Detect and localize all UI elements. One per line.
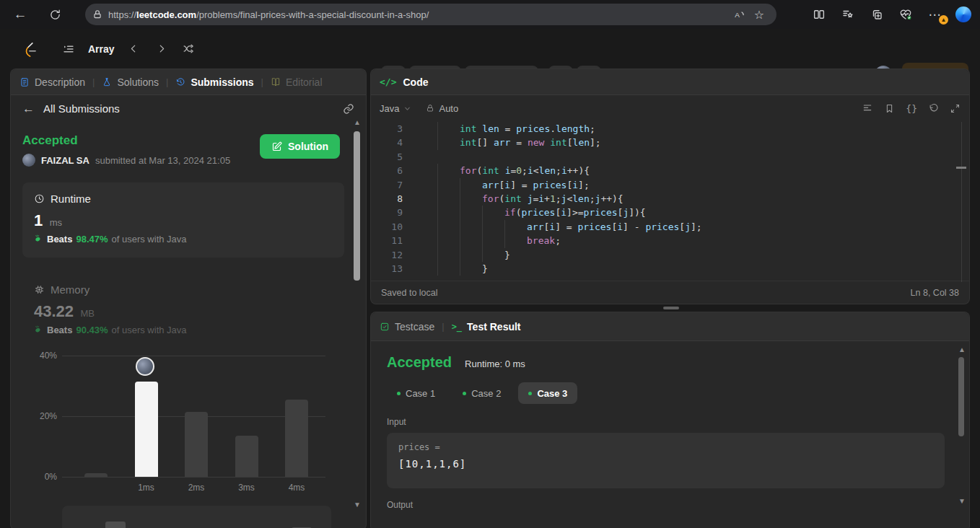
tab-editorial[interactable]: Editorial: [271, 76, 323, 88]
test-scrollbar-thumb[interactable]: [958, 357, 964, 436]
copilot-button[interactable]: [951, 3, 976, 26]
browser-refresh-button[interactable]: [43, 3, 66, 26]
author-name[interactable]: FAIZAL SA: [41, 155, 89, 166]
code-line[interactable]: 10arr[i] = prices[i] - prices[j];: [371, 220, 969, 234]
code-line[interactable]: 4int[] arr = new int[len];: [371, 136, 969, 149]
code-text: arr[i] = prices[i];: [415, 178, 590, 192]
language-selector[interactable]: Java: [380, 103, 399, 114]
case-status-dot: [463, 392, 466, 395]
browser-essentials-button[interactable]: [893, 3, 918, 26]
copilot-icon: [955, 6, 971, 22]
code-panel-header: </> Code: [371, 69, 969, 95]
chart-bar-2ms[interactable]: [185, 412, 208, 477]
bookmark-icon[interactable]: [884, 103, 895, 114]
auto-save-label[interactable]: Auto: [439, 103, 458, 114]
author-avatar[interactable]: [22, 154, 35, 167]
code-line[interactable]: 3int len = prices.length;: [371, 122, 969, 136]
input-box[interactable]: prices = [10,1,1,6]: [387, 433, 945, 488]
format-code-icon[interactable]: [862, 102, 873, 114]
favorite-star-button[interactable]: ☆: [749, 4, 769, 25]
code-line[interactable]: 8for(int j=i+1;j<len;j++){: [371, 192, 969, 206]
favorites-list-icon: [841, 8, 854, 21]
chart-bar-4ms[interactable]: [285, 400, 308, 477]
line-number: 13: [371, 262, 403, 276]
output-label: Output: [387, 500, 969, 510]
code-text: }: [415, 248, 510, 262]
runtime-title: Runtime: [51, 193, 91, 205]
svg-text:A: A: [735, 11, 740, 19]
indent-guide: [415, 234, 437, 247]
tab-testcase[interactable]: Testcase: [380, 321, 434, 333]
memory-unit: MB: [81, 308, 95, 319]
y-axis-tick: 20%: [28, 411, 57, 421]
auto-lock-icon: [426, 104, 434, 113]
editor-scrollbar-thumb[interactable]: [956, 167, 966, 169]
chevron-down-icon[interactable]: [403, 105, 411, 113]
beats-value: 98.47%: [76, 234, 108, 245]
line-number: 11: [371, 234, 403, 247]
code-line[interactable]: 7arr[i] = prices[i];: [371, 178, 969, 192]
memory-card[interactable]: Memory 43.22 MB Beats 90.43% of users wi…: [22, 273, 344, 346]
code-line[interactable]: 12}: [371, 248, 969, 262]
case-chip-1[interactable]: Case 1: [387, 382, 445, 404]
code-line[interactable]: 13}: [371, 262, 969, 276]
fullscreen-icon[interactable]: [950, 103, 961, 114]
code-icon: </>: [380, 76, 396, 87]
scroll-up-arrow[interactable]: ▲: [352, 118, 362, 126]
memory-value: 43.22: [34, 302, 74, 320]
beats-suffix: of users with Java: [112, 234, 187, 245]
scroll-down-arrow[interactable]: ▼: [352, 501, 362, 509]
reset-code-icon[interactable]: [928, 103, 939, 114]
scroll-up-arrow[interactable]: ▲: [957, 346, 967, 353]
tab-solutions[interactable]: Solutions: [102, 76, 159, 88]
split-screen-button[interactable]: [807, 3, 831, 26]
input-label: Input: [387, 417, 969, 427]
case-chip-2[interactable]: Case 2: [452, 382, 511, 404]
code-line[interactable]: 9if(prices[i]>=prices[j]){: [371, 206, 969, 219]
runtime-unit: ms: [50, 217, 62, 228]
problem-list-label[interactable]: Array: [88, 43, 115, 55]
indent-guide: [482, 248, 504, 262]
editor-scrollbar-track[interactable]: [961, 122, 962, 282]
input-field-value[interactable]: [10,1,1,6]: [398, 458, 933, 470]
code-line[interactable]: 11break;: [371, 234, 969, 247]
case-chip-3[interactable]: Case 3: [518, 382, 577, 404]
tab-test-result[interactable]: >_ Test Result: [452, 321, 521, 333]
back-to-list-button[interactable]: ←: [22, 102, 35, 116]
browser-back-button[interactable]: ←: [9, 3, 32, 26]
code-text: int len = prices.length;: [415, 122, 595, 136]
scroll-down-arrow[interactable]: ▼: [957, 497, 967, 505]
prev-problem-button[interactable]: [123, 38, 145, 60]
code-line[interactable]: 6for(int i=0;i<len;i++){: [371, 164, 969, 177]
chart-bar-1ms[interactable]: [135, 382, 158, 477]
snippets-icon[interactable]: {}: [906, 103, 917, 114]
code-editor[interactable]: 3int len = prices.length;4int[] arr = ne…: [371, 122, 969, 282]
browser-toolbar: ⋯ ▲: [807, 3, 976, 26]
code-line[interactable]: 5: [371, 150, 969, 164]
random-problem-button[interactable]: [178, 38, 200, 60]
user-position-avatar[interactable]: [136, 357, 154, 376]
left-scrollbar-thumb[interactable]: [354, 131, 360, 281]
tab-submissions[interactable]: Submissions: [175, 76, 253, 88]
next-problem-button[interactable]: [151, 38, 172, 60]
url-bar[interactable]: https://leetcode.com/problems/final-pric…: [85, 4, 776, 25]
chart-bar-3ms[interactable]: [235, 436, 258, 477]
tab-groups-button[interactable]: [865, 3, 889, 26]
read-aloud-icon: A: [733, 9, 745, 21]
copy-link-icon[interactable]: [343, 103, 354, 115]
read-aloud-button[interactable]: A: [729, 4, 749, 25]
tab-description[interactable]: Description: [19, 76, 85, 88]
favorites-bar-button[interactable]: [836, 3, 860, 26]
solution-button[interactable]: Solution: [260, 134, 340, 159]
runtime-card[interactable]: Runtime 1 ms Beats 98.47% of users with …: [22, 182, 344, 258]
problem-list-button[interactable]: [58, 38, 79, 60]
leetcode-logo[interactable]: [19, 38, 40, 60]
chart-bar-0ms[interactable]: [84, 473, 108, 477]
panel-resize-handle[interactable]: [663, 307, 679, 309]
indent-guide: [460, 234, 482, 247]
app-root: ← https://leetcode.com/problems/final-pr…: [0, 0, 980, 528]
all-submissions-row: ← All Submissions: [11, 95, 366, 122]
browser-menu-button[interactable]: ⋯ ▲: [922, 3, 947, 26]
indent-guide: [460, 192, 482, 206]
line-number: 3: [371, 122, 403, 136]
